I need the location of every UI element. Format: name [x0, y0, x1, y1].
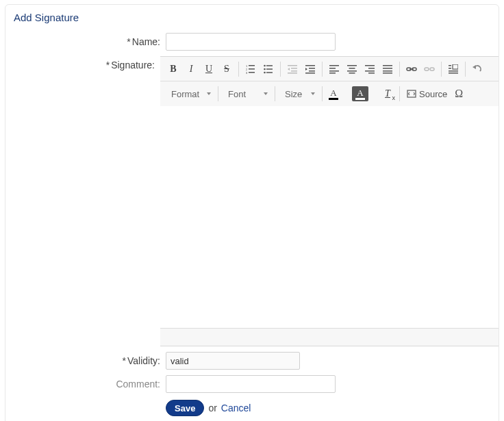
svg-rect-25 — [329, 73, 336, 74]
card-title: Add Signature — [5, 5, 499, 27]
ordered-list-button[interactable]: 123 — [242, 60, 260, 78]
svg-rect-33 — [368, 73, 375, 74]
row-comment: Comment: — [5, 375, 499, 393]
svg-point-8 — [264, 71, 266, 73]
link-button[interactable] — [403, 60, 420, 78]
separator — [280, 62, 281, 77]
separator — [218, 86, 218, 101]
separator — [441, 62, 442, 77]
svg-rect-43 — [449, 65, 451, 66]
link-icon — [406, 64, 417, 74]
source-icon — [407, 89, 416, 99]
label-name-text: Name: — [132, 36, 160, 47]
align-right-button[interactable] — [361, 60, 379, 78]
indent-button[interactable] — [301, 60, 319, 78]
label-validity-text: Validity: — [127, 355, 160, 366]
svg-marker-16 — [288, 68, 290, 71]
editor-toolbar-row-1: B I U S 123 — [160, 57, 499, 81]
strike-button[interactable]: S — [218, 60, 236, 78]
svg-rect-10 — [266, 68, 273, 70]
underline-button[interactable]: U — [200, 60, 218, 78]
separator — [238, 62, 239, 77]
svg-rect-12 — [288, 65, 297, 66]
align-left-button[interactable] — [325, 60, 343, 78]
svg-rect-32 — [365, 71, 375, 72]
svg-rect-20 — [305, 73, 315, 74]
svg-rect-17 — [305, 65, 315, 66]
label-validity: *Validity: — [5, 352, 166, 366]
outdent-icon — [288, 64, 297, 74]
editor-toolbar-row-2: Format Font Size — [160, 81, 499, 106]
align-left-icon — [329, 64, 339, 74]
comment-input[interactable] — [166, 375, 336, 393]
svg-marker-48 — [473, 65, 476, 69]
svg-rect-24 — [329, 71, 339, 72]
required-mark: * — [123, 355, 126, 366]
label-name: *Name: — [5, 33, 166, 47]
caret-down-icon — [207, 92, 211, 95]
text-color-button[interactable]: A — [325, 86, 344, 101]
undo-button[interactable] — [468, 60, 486, 78]
separator — [275, 86, 275, 101]
svg-rect-22 — [329, 65, 339, 66]
editor-body[interactable] — [160, 106, 499, 328]
bg-color-button[interactable]: A — [352, 86, 370, 101]
unlink-button[interactable] — [420, 60, 438, 78]
remove-format-x: x — [392, 94, 396, 101]
name-input[interactable] — [166, 33, 336, 51]
svg-rect-3 — [249, 65, 255, 66]
svg-rect-27 — [349, 68, 355, 69]
validity-input[interactable] — [166, 352, 300, 370]
row-signature: *Signature: B I U S 123 — [5, 56, 499, 346]
svg-rect-47 — [453, 64, 458, 69]
unordered-list-icon — [264, 64, 273, 74]
svg-rect-46 — [449, 73, 458, 74]
add-signature-card: Add Signature *Name: *Signature: B I U S — [5, 4, 499, 421]
source-label: Source — [419, 89, 447, 99]
svg-rect-11 — [266, 72, 273, 73]
remove-format-button[interactable]: T x — [379, 85, 396, 103]
svg-rect-9 — [266, 65, 273, 66]
font-combo[interactable]: Font — [221, 85, 272, 103]
separator — [465, 62, 466, 77]
separator — [399, 86, 400, 101]
image-button[interactable] — [444, 60, 462, 78]
row-name: *Name: — [5, 33, 499, 51]
outdent-button[interactable] — [284, 60, 301, 78]
label-signature-text: Signature: — [111, 60, 155, 71]
required-mark: * — [106, 60, 110, 71]
source-button[interactable]: Source — [403, 85, 451, 103]
svg-marker-21 — [305, 68, 307, 71]
align-right-icon — [365, 64, 375, 74]
special-char-button[interactable]: Ω — [451, 85, 466, 103]
svg-rect-31 — [368, 68, 375, 69]
separator — [399, 62, 400, 77]
svg-rect-36 — [383, 71, 392, 72]
image-icon — [449, 64, 458, 74]
caret-down-icon — [311, 92, 315, 95]
svg-rect-41 — [425, 68, 429, 71]
save-button[interactable]: Save — [166, 400, 204, 416]
italic-button[interactable]: I — [182, 60, 200, 78]
svg-rect-42 — [430, 68, 434, 71]
or-text: or — [208, 403, 216, 413]
font-combo-label: Font — [228, 89, 246, 99]
svg-point-7 — [264, 68, 266, 70]
bold-button[interactable]: B — [164, 60, 182, 78]
svg-rect-15 — [288, 73, 297, 74]
svg-text:3: 3 — [246, 71, 248, 74]
ordered-list-icon: 123 — [246, 64, 255, 74]
rich-text-editor: B I U S 123 — [160, 56, 499, 346]
row-validity: *Validity: — [5, 352, 499, 370]
svg-rect-30 — [365, 65, 375, 66]
size-combo[interactable]: Size — [278, 85, 319, 103]
align-justify-button[interactable] — [379, 60, 396, 78]
cancel-link[interactable]: Cancel — [221, 403, 251, 413]
size-combo-label: Size — [285, 89, 302, 99]
svg-rect-37 — [383, 73, 392, 74]
format-combo[interactable]: Format — [164, 85, 215, 103]
svg-rect-44 — [449, 68, 451, 69]
unordered-list-button[interactable] — [260, 60, 277, 78]
svg-rect-40 — [410, 68, 414, 69]
align-center-button[interactable] — [343, 60, 361, 78]
